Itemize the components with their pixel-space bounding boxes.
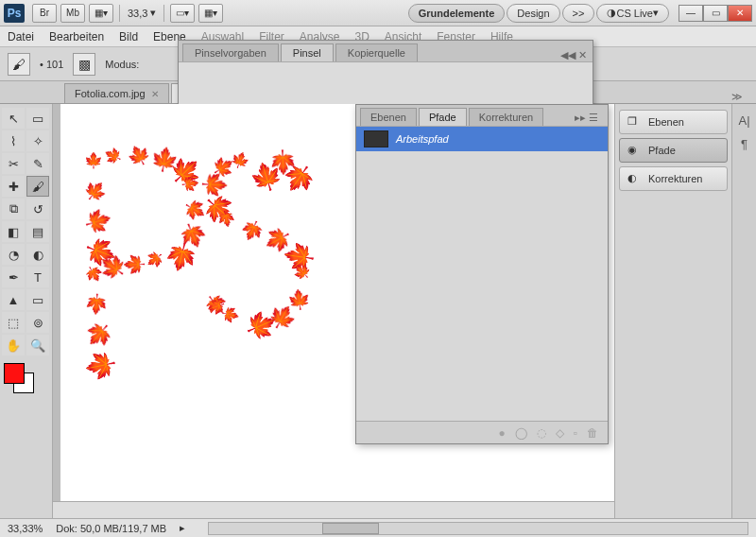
window-maximize[interactable]: ▭: [703, 5, 728, 22]
brush-tool[interactable]: 🖌: [26, 176, 49, 197]
layers-icon: ❐: [627, 115, 641, 129]
hand-tool[interactable]: ✋: [2, 335, 25, 355]
paths-panel[interactable]: Ebenen Pfade Korrekturen ▸▸ ☰ Arbeitspfa…: [355, 104, 609, 444]
stroke-path-icon[interactable]: ◯: [515, 426, 527, 440]
type-tool[interactable]: T: [26, 267, 49, 287]
close-icon[interactable]: ✕: [151, 89, 159, 99]
menu-datei[interactable]: Datei: [8, 30, 34, 43]
status-bar: 33,33% Dok: 50,0 MB/119,7 MB ▸: [0, 518, 756, 537]
camera-tool[interactable]: ⊚: [26, 312, 49, 333]
panel-menu-icon[interactable]: ▸▸ ☰: [569, 110, 604, 126]
delete-path-icon[interactable]: 🗑: [587, 426, 598, 440]
arrange-button[interactable]: ▭▾: [170, 4, 195, 23]
app-logo: Ps: [4, 4, 25, 23]
shape-tool[interactable]: ▭: [26, 289, 49, 310]
menu-bild[interactable]: Bild: [119, 30, 138, 43]
window-close[interactable]: ✕: [728, 5, 752, 22]
window-minimize[interactable]: —: [679, 5, 703, 22]
tab-pinselvorgaben[interactable]: Pinselvorgaben: [182, 43, 279, 61]
heal-tool[interactable]: ✚: [2, 176, 25, 197]
foreground-color[interactable]: [4, 363, 25, 384]
toolbox: ↖▭ ⌇✧ ✂✎ ✚🖌 ⧉↺ ◧▤ ◔◐ ✒T ▲▭ ⬚⊚ ✋🔍: [0, 104, 53, 518]
horizontal-scrollbar[interactable]: [53, 501, 614, 518]
dock-ebenen[interactable]: ❐Ebenen: [619, 110, 728, 134]
3d-tool[interactable]: ⬚: [2, 312, 25, 333]
status-doc-info[interactable]: Dok: 50,0 MB/119,7 MB: [56, 523, 166, 534]
lasso-tool[interactable]: ⌇: [2, 130, 25, 151]
path-to-selection-icon[interactable]: ◌: [537, 426, 546, 440]
title-bar: Ps Br Mb ▦▾ 33,3 ▾ ▭▾ ▦▾ Grundelemente D…: [0, 0, 756, 26]
tab-korrekturen[interactable]: Korrekturen: [469, 108, 543, 126]
fill-path-icon[interactable]: ●: [498, 426, 505, 440]
zoom-value[interactable]: 33,3: [128, 8, 147, 19]
screenmode-button[interactable]: ▦▾: [89, 4, 113, 23]
adjustments-icon: ◐: [627, 172, 641, 185]
zoom-tool[interactable]: 🔍: [26, 335, 49, 355]
status-zoom[interactable]: 33,33%: [8, 523, 43, 534]
crop-tool[interactable]: ✂: [2, 153, 25, 174]
tab-pfade[interactable]: Pfade: [419, 108, 467, 126]
workspace-more[interactable]: >>: [562, 4, 595, 23]
selection-to-path-icon[interactable]: ◇: [556, 426, 564, 440]
eyedropper-tool[interactable]: ✎: [26, 153, 49, 174]
mode-label: Modus:: [105, 59, 139, 70]
tab-pinsel[interactable]: Pinsel: [281, 43, 334, 61]
panel-collapse-icon[interactable]: ◀◀ ✕: [555, 49, 593, 61]
blur-tool[interactable]: ◔: [2, 244, 25, 265]
status-scrollbar[interactable]: [208, 522, 748, 535]
dock-korrekturen[interactable]: ◐Korrekturen: [619, 166, 728, 191]
brush-panel-toggle[interactable]: ▩: [73, 53, 95, 76]
tool-preset-icon[interactable]: 🖌: [8, 53, 30, 76]
canvas-area: 🍁🍁🍁🍁🍁🍁🍁🍁🍁🍁🍁🍁🍁🍁🍁🍁🍁🍁🍁🍁🍁🍁🍁🍁🍁🍁🍁🍁🍁🍁🍁🍁🍁🍁🍁🍁🍁 Eb…: [53, 104, 614, 518]
new-path-icon[interactable]: ▫: [574, 426, 577, 440]
dodge-tool[interactable]: ◐: [26, 244, 49, 265]
bridge-button[interactable]: Br: [32, 4, 57, 23]
history-brush-tool[interactable]: ↺: [26, 199, 49, 219]
path-select-tool[interactable]: ▲: [2, 289, 25, 310]
move-tool[interactable]: ↖: [2, 108, 25, 129]
brush-floating-panel[interactable]: Pinselvorgaben Pinsel Kopierquelle ◀◀ ✕: [178, 40, 593, 113]
menu-bearbeiten[interactable]: Bearbeiten: [49, 30, 104, 43]
tab-kopierquelle[interactable]: Kopierquelle: [335, 43, 418, 61]
gradient-tool[interactable]: ▤: [26, 221, 49, 242]
paths-icon: ◉: [627, 144, 641, 157]
pen-tool[interactable]: ✒: [2, 267, 25, 287]
workspace-design[interactable]: Design: [507, 4, 559, 23]
wand-tool[interactable]: ✧: [26, 130, 49, 151]
tab-ebenen[interactable]: Ebenen: [360, 108, 417, 126]
paragraph-panel-icon[interactable]: ¶: [741, 137, 747, 151]
stamp-tool[interactable]: ⧉: [2, 199, 25, 219]
character-panel-icon[interactable]: A|: [738, 113, 749, 128]
brush-preset[interactable]: • 101: [40, 59, 63, 70]
tab-overflow[interactable]: ≫: [718, 91, 756, 103]
dock-pfade[interactable]: ◉Pfade: [619, 138, 728, 163]
extras-button[interactable]: ▦▾: [198, 4, 223, 23]
marquee-tool[interactable]: ▭: [26, 108, 49, 129]
path-thumbnail: [364, 130, 388, 147]
doc-tab-fotolia[interactable]: Fotolia.com.jpg✕: [64, 83, 169, 103]
workspace-grundelemente[interactable]: Grundelemente: [408, 4, 506, 23]
eraser-tool[interactable]: ◧: [2, 221, 25, 242]
cslive-button[interactable]: ◑ CS Live ▾: [596, 4, 669, 23]
path-item-arbeitspfad[interactable]: Arbeitspfad: [356, 127, 608, 151]
paths-panel-footer: ● ◯ ◌ ◇ ▫ 🗑: [356, 421, 608, 443]
color-swatches[interactable]: [2, 363, 40, 397]
right-dock: ❐Ebenen ◉Pfade ◐Korrekturen A| ¶: [614, 104, 756, 518]
minibridge-button[interactable]: Mb: [60, 4, 85, 23]
